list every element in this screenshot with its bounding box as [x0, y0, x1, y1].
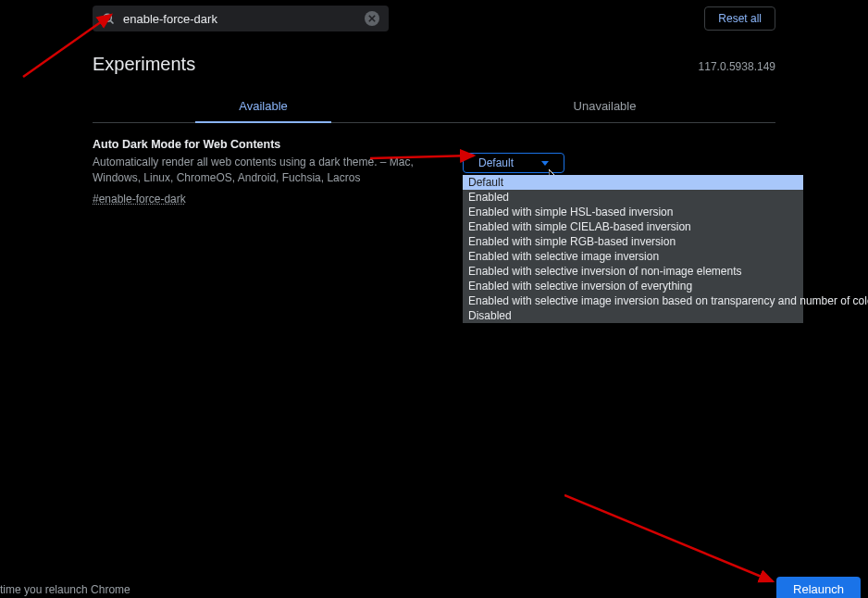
tab-unavailable[interactable]: Unavailable	[434, 92, 775, 122]
flag-hash-link[interactable]: #enable-force-dark	[93, 193, 186, 206]
clear-search-icon[interactable]	[365, 11, 379, 26]
flag-select[interactable]: Default	[463, 153, 564, 173]
svg-line-1	[110, 20, 113, 23]
search-input[interactable]	[116, 12, 365, 26]
dropdown-option[interactable]: Enabled with selective image inversion	[463, 249, 803, 264]
reset-all-button[interactable]: Reset all	[704, 6, 775, 31]
flag-select-dropdown: DefaultEnabledEnabled with simple HSL-ba…	[463, 175, 803, 323]
search-icon	[102, 12, 116, 26]
dropdown-option[interactable]: Enabled	[463, 190, 803, 205]
version-text: 117.0.5938.149	[699, 60, 775, 73]
dropdown-option[interactable]: Enabled with simple RGB-based inversion	[463, 234, 803, 249]
footer-note: time you relaunch Chrome	[0, 581, 130, 598]
page-title: Experiments	[93, 54, 195, 75]
dropdown-option[interactable]: Enabled with selective image inversion b…	[463, 293, 803, 308]
relaunch-button[interactable]: Relaunch	[776, 577, 861, 598]
tab-bar: Available Unavailable	[93, 92, 775, 123]
flag-select-value: Default	[478, 156, 514, 169]
flag-description: Automatically render all web contents us…	[93, 155, 426, 187]
svg-point-0	[104, 14, 111, 21]
chevron-down-icon	[541, 161, 549, 166]
svg-line-6	[564, 495, 773, 581]
flag-entry: Auto Dark Mode for Web Contents Automati…	[93, 138, 775, 206]
flag-title: Auto Dark Mode for Web Contents	[93, 138, 426, 151]
dropdown-option[interactable]: Enabled with selective inversion of non-…	[463, 264, 803, 279]
dropdown-option[interactable]: Enabled with simple HSL-based inversion	[463, 205, 803, 219]
dropdown-option[interactable]: Enabled with selective inversion of ever…	[463, 279, 803, 293]
dropdown-option[interactable]: Default	[463, 175, 803, 190]
dropdown-option[interactable]: Disabled	[463, 308, 803, 323]
dropdown-option[interactable]: Enabled with simple CIELAB-based inversi…	[463, 219, 803, 234]
annotation-arrow	[564, 491, 787, 592]
flags-search-box[interactable]	[93, 6, 389, 31]
tab-available[interactable]: Available	[93, 92, 434, 122]
